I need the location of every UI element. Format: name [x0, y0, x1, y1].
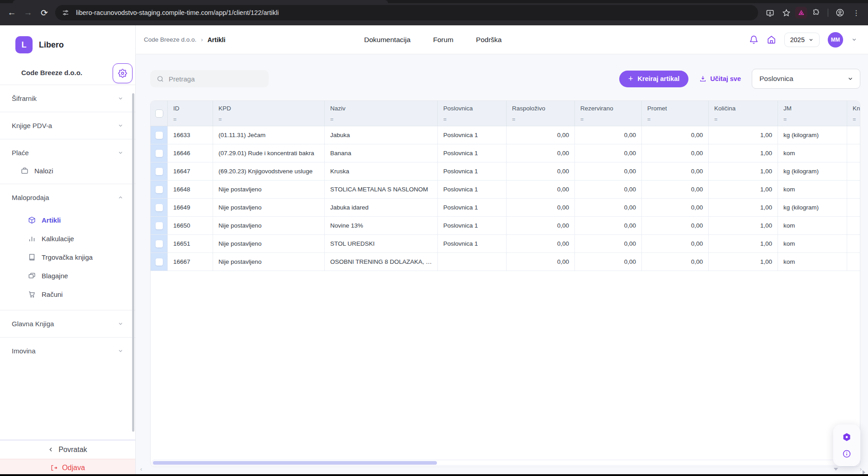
table-row[interactable]: 16649Nije postavljenoJabuka idaredPoslov…: [151, 199, 860, 217]
column-header-kn[interactable]: Kn=: [847, 101, 860, 126]
breadcrumb-root[interactable]: Code Breeze d.o.o.: [144, 36, 196, 43]
row-checkbox[interactable]: [156, 150, 163, 157]
hexagon-settings-icon[interactable]: [842, 432, 852, 442]
column-header-id[interactable]: ID=: [168, 101, 213, 126]
column-header-naziv[interactable]: Naziv=: [325, 101, 438, 126]
browser-menu-icon[interactable]: ⋮: [849, 5, 863, 20]
column-header-rezervirano[interactable]: Rezervirano=: [575, 101, 642, 126]
chevron-down-icon[interactable]: [851, 37, 857, 43]
sidebar-item-artikli[interactable]: Artikli: [0, 211, 135, 229]
column-filter-poslovnica[interactable]: =: [443, 116, 501, 123]
table-row[interactable]: 16650Nije postavljenoNovine 13%Poslovnic…: [151, 217, 860, 235]
sidebar-group-knjige-pdva[interactable]: Knjige PDV-a: [0, 112, 135, 139]
reload-icon[interactable]: ⟳: [36, 5, 52, 21]
column-header-kolicina[interactable]: Količina=: [709, 101, 778, 126]
row-checkbox[interactable]: [156, 258, 163, 266]
table-row[interactable]: 16667Nije postavljenoOSOBNI TRENING 8 DO…: [151, 253, 860, 271]
column-header-jm[interactable]: JM=: [778, 101, 847, 126]
site-settings-icon[interactable]: [59, 7, 72, 19]
table-row[interactable]: 16646(07.29.01) Rude i koncentrati bakra…: [151, 144, 860, 162]
profile-icon[interactable]: [833, 5, 847, 20]
search-input[interactable]: [169, 75, 262, 83]
cell-kn: [847, 199, 860, 216]
table-horizontal-scrollbar[interactable]: [152, 460, 859, 466]
sidebar-group-sifrarnik[interactable]: Šifrarnik: [0, 85, 135, 112]
company-settings-button[interactable]: [113, 63, 133, 83]
sidebar-group-maloprodaja[interactable]: Maloprodaja: [0, 184, 135, 211]
create-article-button[interactable]: + Kreiraj artikal: [619, 71, 688, 87]
column-label: Raspoloživo: [512, 105, 569, 112]
column-header-poslovnica[interactable]: Poslovnica=: [438, 101, 507, 126]
column-filter-kolicina[interactable]: =: [714, 116, 772, 123]
cell-raspolozivo: 0,00: [507, 217, 575, 234]
column-filter-rezervirano[interactable]: =: [580, 116, 636, 123]
sidebar-item-trgovacka-knjiga[interactable]: Trgovačka knjiga: [0, 248, 135, 267]
sidebar-group-glavna-knjiga[interactable]: Glavna Knjiga: [0, 310, 135, 337]
column-header-promet[interactable]: Promet=: [642, 101, 709, 126]
extensions-puzzle-icon[interactable]: [809, 5, 823, 20]
row-checkbox[interactable]: [156, 240, 163, 248]
extension-pink-icon[interactable]: [795, 7, 807, 19]
select-all-checkbox[interactable]: [155, 109, 163, 118]
sidebar-item-blagajne[interactable]: Blagajne: [0, 267, 135, 285]
branch-select[interactable]: Poslovnica: [752, 69, 860, 89]
cell-kpd: (69.20.23) Knjigovodstvene usluge: [213, 162, 325, 180]
table-row[interactable]: 16647(69.20.23) Knjigovodstvene uslugeKr…: [151, 162, 860, 181]
nav-podrska[interactable]: Podrška: [476, 36, 502, 44]
table-row[interactable]: 16648Nije postavljenoSTOLICA METALNA S N…: [151, 181, 860, 199]
cell-jm: kg (kilogram): [778, 199, 847, 216]
sidebar-scrollbar[interactable]: [132, 93, 134, 432]
table-row[interactable]: 16651Nije postavljenoSTOL UREDSKIPoslovn…: [151, 235, 860, 253]
nav-forum[interactable]: Forum: [433, 36, 454, 44]
scroll-left-arrow[interactable]: ‹: [140, 466, 142, 472]
column-header-kpd[interactable]: KPD=: [213, 101, 325, 126]
forward-icon[interactable]: →: [20, 5, 36, 21]
search-icon: [157, 75, 164, 83]
column-header-raspolozivo[interactable]: Raspoloživo=: [507, 101, 575, 126]
scroll-down-arrow[interactable]: [834, 468, 838, 471]
row-checkbox[interactable]: [156, 186, 163, 193]
search-box[interactable]: [150, 70, 269, 87]
bell-icon[interactable]: [749, 35, 759, 44]
cell-kn: [847, 235, 860, 252]
sidebar-item-racuni[interactable]: Računi: [0, 285, 135, 304]
chevron-left-icon: [48, 447, 54, 452]
row-checkbox[interactable]: [156, 132, 163, 139]
install-app-icon[interactable]: [763, 5, 777, 20]
column-filter-kpd[interactable]: =: [218, 116, 319, 123]
sidebar-group-imovina[interactable]: Imovina: [0, 338, 135, 364]
cell-kpd: (07.29.01) Rude i koncentrati bakra: [213, 144, 325, 162]
scroll-right-arrow[interactable]: ›: [860, 466, 862, 472]
column-filter-naziv[interactable]: =: [330, 116, 432, 123]
row-checkbox[interactable]: [156, 222, 163, 229]
odjava-button[interactable]: Odjava: [0, 459, 135, 476]
column-filter-raspolozivo[interactable]: =: [512, 116, 569, 123]
row-checkbox[interactable]: [156, 168, 163, 175]
sidebar-item-kalkulacije[interactable]: Kalkulacije: [0, 229, 135, 248]
briefcase-icon: [21, 167, 28, 175]
home-icon[interactable]: [767, 35, 776, 44]
column-filter-jm[interactable]: =: [783, 116, 841, 123]
url-bar[interactable]: libero-racunovodstvo-staging.compile-tim…: [55, 5, 758, 20]
back-icon[interactable]: ←: [4, 5, 20, 21]
chevron-down-icon: [118, 123, 123, 129]
year-select[interactable]: 2025: [784, 33, 820, 47]
nav-dokumentacija[interactable]: Dokumentacija: [364, 36, 411, 44]
load-all-button[interactable]: Učitaj sve: [699, 75, 741, 82]
scrollbar-thumb[interactable]: [153, 461, 437, 465]
column-filter-promet[interactable]: =: [647, 116, 703, 123]
cell-jm: kg (kilogram): [778, 126, 847, 144]
sidebar-item-nalozi[interactable]: Nalozi: [0, 166, 135, 184]
column-filter-id[interactable]: =: [173, 116, 207, 123]
info-icon[interactable]: [842, 449, 851, 458]
row-checkbox[interactable]: [156, 204, 163, 211]
povratak-button[interactable]: Povratak: [0, 440, 135, 459]
column-label: Poslovnica: [443, 105, 501, 112]
column-filter-kn[interactable]: =: [853, 116, 860, 123]
cell-raspolozivo: 0,00: [507, 199, 575, 216]
cell-naziv: Banana: [325, 144, 438, 162]
table-row[interactable]: 16633(01.11.31) JečamJabukaPoslovnica 10…: [151, 126, 860, 144]
sidebar-group-place[interactable]: Plaće: [0, 139, 135, 166]
bookmark-star-icon[interactable]: [779, 5, 793, 20]
avatar[interactable]: MM: [828, 32, 843, 48]
